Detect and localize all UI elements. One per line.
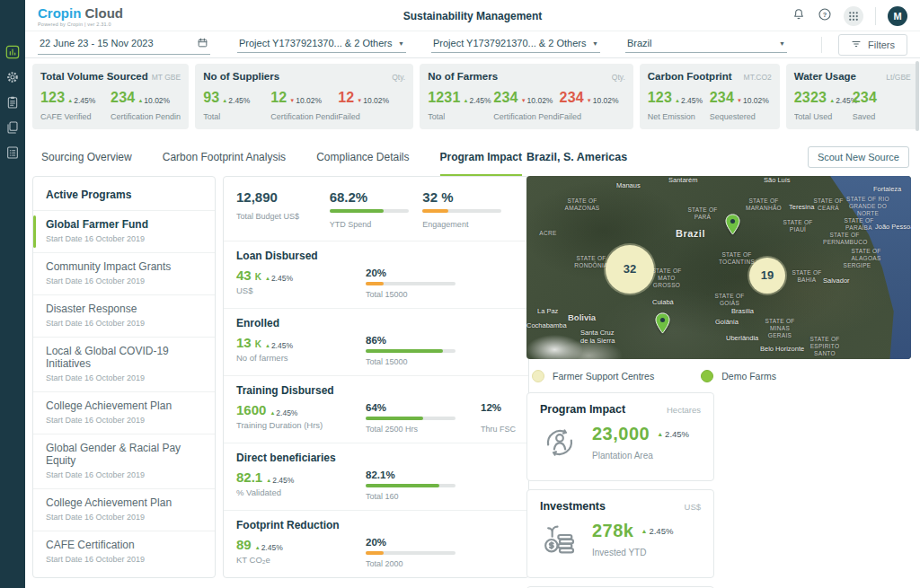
map-label: STATE OF TOCANTINS [715,251,758,266]
program-start-date: Start Date 16 October 2019 [46,373,202,382]
filters-button[interactable]: Filters [838,34,907,56]
section-title: Loan Disbursed [236,250,516,262]
up-arrow-icon: ▲ [829,98,835,103]
metric-value: 234 [111,90,135,106]
down-arrow-icon: ▼ [289,98,295,103]
metric-value: 1231 [428,90,460,106]
map-label: STATE OF CEARÁ [807,197,850,212]
metric-value: 123 [648,90,672,106]
map-pin-icon[interactable] [724,214,741,235]
kpi-metric: 234 ▲10.02% Certification Pending [111,90,181,121]
map-label: STATE OF ESPIRITO SANTO [803,336,846,357]
progress-percent: 82.1% [366,470,466,480]
program-item[interactable]: College Achievement Plan Start Date 16 O… [33,488,215,531]
map-label: Salvador [823,276,850,285]
program-item[interactable]: CAFE Certification Start Date 16 October… [33,531,215,573]
tab-sourcing-overview[interactable]: Sourcing Overview [41,151,132,176]
section-value-suffix: K [255,339,261,349]
tab-program-impact[interactable]: Program Impact [440,151,522,176]
app-sidebar [0,0,25,588]
kpi-title: Total Volume Sourced [40,71,148,82]
kpi-unit: Qty. [388,73,405,82]
up-arrow-icon: ▲ [675,98,680,103]
programs-panel-title: Active Programs [33,177,215,210]
notification-bell-icon[interactable] [792,7,806,25]
progress-bar [422,209,501,213]
region-select-value: Brazil [627,38,652,48]
summary-label: Engagement [422,220,516,229]
metric-label: Failed [338,112,405,121]
section-progress: 20% Total 15000 [366,268,466,299]
tab-compliance-details[interactable]: Compliance Details [316,151,409,176]
program-item[interactable]: College Achievement Plan Start Date 16 O… [33,391,215,434]
program-start-date: Start Date 16 October 2019 [46,319,202,328]
kpi-card: No of Farmers Qty. 1231 ▲2.45% Total 234… [420,64,633,129]
project-select-1[interactable]: Project Y1737921370... & 2 Others ▼ [237,36,406,53]
section-progress: 86% Total 15000 [366,335,466,366]
section-label: Training Duration (Hrs) [236,420,346,430]
kpi-title: Carbon Footprint [648,71,732,82]
clipboard-icon[interactable] [5,95,20,110]
apps-grid-icon[interactable] [844,6,863,26]
map-label: STATE OF GOIÁS [708,293,751,307]
section-title: Training Disbursed [236,384,516,397]
dashboard-icon[interactable] [5,45,20,59]
program-start-date: Start Date 16 October 2019 [46,513,202,522]
tab-carbon-footprint-analysis[interactable]: Carbon Footprint Analysis [163,151,286,176]
kpi-card: Total Volume Sourced MT GBE 123 ▲2.45% C… [32,64,189,129]
section-delta: ▲2.45% [265,341,293,350]
summary-stat: 68.2% YTD Spend [330,189,423,229]
map-label: STATE OF AMAZONAS [561,197,604,212]
region-select[interactable]: Brazil ▼ [625,36,787,53]
program-name: Local & Global COVID-19 Initiatives [46,345,202,370]
kpi-metric: 2323 ▲2.45% Total Used [794,90,853,121]
program-name: Community Impact Grants [46,260,202,273]
settings-gear-icon[interactable] [5,70,20,84]
report-list-icon[interactable] [5,145,20,160]
legend-label: Demo Farms [721,371,776,382]
map-label: Brasília [731,307,754,315]
program-item[interactable]: Local & Global COVID-19 Initiatives Star… [33,337,215,391]
program-item[interactable]: Community Impact Grants Start Date 16 Oc… [33,252,215,294]
project-select-1-value: Project Y1737921370... & 2 Others [239,38,392,48]
map-cluster[interactable]: 32 [606,245,654,294]
up-arrow-icon: ▲ [464,98,469,103]
map-label: STATE OF RIO GRANDE DO NORTE [846,196,889,217]
kpi-unit: MT GBE [148,73,181,82]
brazil-map[interactable]: Manaus Santarém São Luís Fortaleza STATE… [526,176,911,359]
section-label: % Validated [236,487,346,497]
map-label: STATE OF PIAUÍ [776,219,819,233]
chevron-down-icon: ▼ [779,40,785,47]
section-delta: ▲2.45% [270,408,297,417]
program-item[interactable]: Disaster Response Start Date 16 October … [33,294,215,337]
date-range-picker[interactable]: 22 June 23 - 15 Nov 2023 [38,35,210,55]
map-label: Belo Horizonte [760,345,804,353]
metric-value: 234 [853,90,877,106]
header-divider [875,7,876,25]
pages-icon[interactable] [5,120,20,135]
card-value: 278k [592,521,634,541]
scrollbar[interactable] [916,61,919,131]
program-item[interactable]: Global Farmer Fund Start Date 16 October… [33,210,215,252]
avatar[interactable]: M [888,6,907,26]
extra-percent: 12% [481,402,516,413]
summary-stat: 32 % Engagement [422,189,516,229]
impact-cards-grid: Program Impact Hectares 23,000 ▲2.45% Pl… [526,392,909,588]
project-select-2[interactable]: Project Y1737921370... & 2 Others ▼ [431,36,600,53]
metric-delta: ▲2.45% [67,96,95,105]
map-label: Goiânia [715,318,739,326]
metric-label: Net Emission [648,112,710,121]
section-progress: 82.1% Total 160 [366,470,466,501]
card-value: 23,000 [592,424,650,444]
metric-value: 234 [493,90,518,106]
filter-divider [821,37,822,53]
metric-label: Total [203,112,270,121]
help-icon[interactable]: ? [818,7,832,25]
program-item[interactable]: Global Gender & Racial Pay Equity Start … [33,434,215,488]
scout-new-source-button[interactable]: Scout New Source [808,146,909,168]
metric-delta: ▲2.45% [222,96,250,105]
map-cluster[interactable]: 19 [749,258,785,294]
progress-bar [366,282,456,285]
map-pin-icon[interactable] [654,312,671,334]
map-label: São Luís [764,176,791,184]
